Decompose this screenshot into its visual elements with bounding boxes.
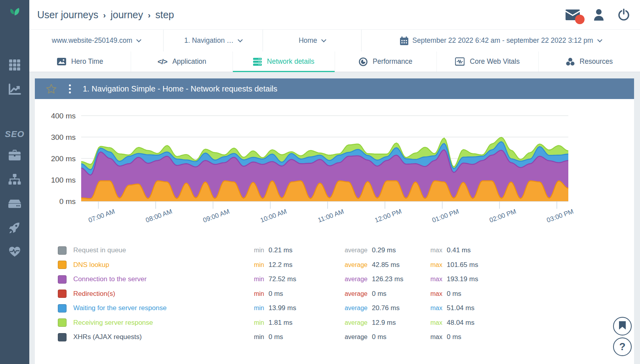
sitemap-icon[interactable]	[0, 171, 29, 188]
average-label: average	[340, 305, 368, 312]
filter-bar: www.website-250149.com 1. Navigation … H…	[29, 29, 640, 51]
max-value: 51.04 ms	[447, 304, 474, 312]
app-logo[interactable]	[0, 0, 29, 29]
site-dropdown-value: www.website-250149.com	[52, 36, 132, 45]
analytics-chart-icon[interactable]	[0, 81, 29, 98]
average-value: 20.76 ms	[372, 304, 423, 312]
favorite-star-icon[interactable]	[46, 84, 57, 94]
sidebar-item-seo[interactable]: SEO	[5, 129, 24, 139]
svg-text:08:00 AM: 08:00 AM	[145, 208, 173, 224]
min-value: 1.81 ms	[269, 319, 340, 327]
min-value: 0.21 ms	[269, 246, 340, 254]
svg-text:400 ms: 400 ms	[51, 112, 76, 120]
legend-row-receiving[interactable]: Receiving server response min 1.81 ms av…	[35, 316, 634, 330]
legend-swatch	[58, 246, 67, 255]
panel-title: 1. Navigation Simple - Home - Network re…	[83, 84, 277, 93]
legend-row-dns-lookup[interactable]: DNS lookup min 12.2 ms average 42.85 ms …	[35, 258, 634, 273]
max-value: 0 ms	[447, 290, 461, 298]
tab-resources[interactable]: Resources	[538, 51, 640, 72]
legend-swatch	[58, 333, 67, 341]
max-value: 0.41 ms	[447, 246, 470, 254]
legend-row-redirections[interactable]: Redirection(s) min 0 ms average 0 ms max…	[35, 287, 634, 301]
legend-label: Request in queue	[73, 246, 240, 254]
average-label: average	[340, 319, 368, 326]
tab-label: Performance	[373, 57, 412, 66]
max-label: max	[423, 247, 442, 254]
legend-label: Waiting for the server response	[73, 304, 240, 312]
notification-badge	[575, 15, 585, 24]
svg-text:01:00 PM: 01:00 PM	[431, 208, 460, 224]
site-dropdown[interactable]: www.website-250149.com	[29, 30, 163, 51]
waveform-icon	[455, 57, 465, 66]
briefcase-icon[interactable]	[0, 147, 29, 164]
max-label: max	[423, 276, 442, 283]
svg-text:10:00 AM: 10:00 AM	[259, 208, 288, 224]
legend-label: XHRs (AJAX requests)	[73, 333, 240, 341]
svg-text:12:00 PM: 12:00 PM	[374, 208, 403, 224]
legend-row-xhrs[interactable]: XHRs (AJAX requests) min 0 ms average 0 …	[35, 330, 634, 345]
panel-body: 0 ms100 ms200 ms300 ms400 ms07:00 AM08:0…	[35, 99, 634, 364]
min-label: min	[240, 319, 264, 326]
tab-hero-time[interactable]: Hero Time	[29, 51, 131, 72]
image-icon	[57, 58, 66, 65]
bookmark-fab[interactable]	[613, 317, 632, 335]
legend-label: DNS lookup	[73, 261, 240, 269]
bookmark-icon	[619, 321, 626, 331]
legend-swatch	[58, 261, 67, 269]
journey-dropdown-value: 1. Navigation …	[184, 36, 234, 45]
date-range-value: September 22 2022 6:42 am - september 22…	[412, 36, 593, 45]
min-label: min	[240, 305, 264, 312]
breadcrumb-separator: ›	[103, 10, 106, 20]
help-fab[interactable]: ?	[613, 337, 632, 356]
average-value: 0.29 ms	[372, 246, 423, 254]
max-value: 193.19 ms	[447, 275, 478, 283]
legend-swatch	[58, 275, 67, 284]
tab-application[interactable]: </> Application	[131, 51, 232, 72]
rocket-icon[interactable]	[0, 219, 29, 236]
kebab-menu-icon[interactable]	[67, 83, 72, 95]
code-icon: </>	[158, 57, 167, 66]
tab-performance[interactable]: Performance	[335, 51, 436, 72]
journey-dropdown[interactable]: 1. Navigation …	[163, 30, 263, 51]
svg-text:11:00 AM: 11:00 AM	[317, 208, 345, 223]
legend-row-waiting[interactable]: Waiting for the server response min 13.9…	[35, 301, 634, 316]
legend-row-request-in-queue[interactable]: Request in queue min 0.21 ms average 0.2…	[35, 243, 634, 258]
step-dropdown[interactable]: Home	[263, 30, 361, 51]
average-label: average	[340, 290, 368, 297]
question-mark-label: ?	[619, 341, 626, 353]
calendar-icon	[400, 36, 408, 45]
server-drive-icon[interactable]	[0, 195, 29, 212]
average-label: average	[340, 334, 368, 341]
max-label: max	[423, 319, 442, 326]
average-value: 42.85 ms	[372, 261, 423, 269]
messages-envelope-icon[interactable]	[566, 10, 580, 20]
average-value: 12.9 ms	[372, 319, 423, 327]
date-range-picker[interactable]: September 22 2022 6:42 am - september 22…	[361, 30, 640, 51]
server-stack-icon	[253, 58, 262, 66]
user-account-icon[interactable]	[593, 9, 605, 21]
tab-label: Network details	[267, 57, 314, 66]
chevron-down-icon	[597, 37, 602, 42]
legend-swatch	[58, 304, 67, 313]
legend-row-connection[interactable]: Connection to the server min 72.52 ms av…	[35, 272, 634, 287]
svg-text:09:00 AM: 09:00 AM	[202, 208, 230, 224]
min-label: min	[240, 334, 264, 341]
breadcrumb-user-journeys[interactable]: User journeys	[37, 9, 98, 21]
tab-label: Hero Time	[71, 57, 103, 66]
average-value: 0 ms	[372, 333, 423, 341]
power-logout-icon[interactable]	[618, 9, 630, 21]
eye-icon	[359, 57, 368, 66]
apps-grid-icon[interactable]	[0, 56, 29, 74]
breadcrumb-step[interactable]: step	[155, 9, 174, 21]
svg-text:03:00 PM: 03:00 PM	[546, 208, 575, 224]
min-value: 0 ms	[269, 290, 340, 298]
average-label: average	[340, 276, 368, 283]
tab-core-web-vitals[interactable]: Core Web Vitals	[436, 51, 538, 72]
breadcrumb-journey[interactable]: journey	[110, 9, 143, 21]
network-details-panel: 1. Navigation Simple - Home - Network re…	[35, 78, 634, 364]
network-requests-chart[interactable]: 0 ms100 ms200 ms300 ms400 ms07:00 AM08:0…	[35, 99, 634, 230]
health-heart-icon[interactable]	[0, 243, 29, 261]
legend-label: Redirection(s)	[73, 290, 240, 298]
tab-network-details[interactable]: Network details	[232, 51, 334, 72]
svg-text:200 ms: 200 ms	[51, 154, 76, 163]
